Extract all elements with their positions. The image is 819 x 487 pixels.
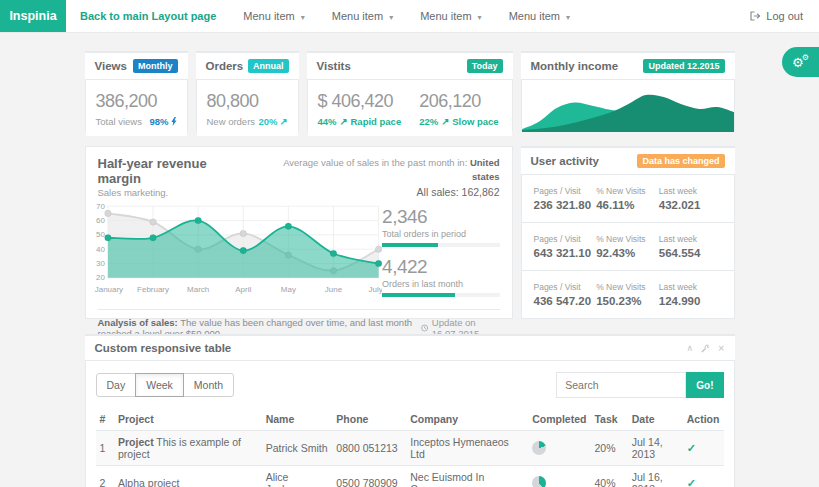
svg-text:60: 60 (96, 216, 105, 225)
orders-delta: 20% ↗ (259, 116, 288, 127)
views-value: 386,200 (96, 91, 177, 112)
orders-last-month-progress (382, 293, 499, 297)
user-activity-row: Pages / Visit436 547.20 % New Visits150.… (522, 271, 734, 318)
orders-last-month-value: 4,422 (382, 256, 499, 278)
table-row-wrap: Custom responsive table ∧ × Day Week Mon… (85, 334, 735, 487)
sign-out-icon (750, 11, 761, 21)
monthly-income-card: Monthly income Updated 12.2015 (521, 51, 735, 131)
completed-pie-icon (532, 441, 546, 455)
check-icon[interactable]: ✓ (687, 442, 696, 454)
monthly-income-chart (522, 80, 734, 132)
orders-card-title: Orders (206, 60, 244, 72)
visits-metric-1: $ 406,420 44% ↗ Rapid pace (318, 89, 402, 127)
projects-table: # Project Name Phone Company Completed T… (96, 408, 724, 487)
svg-text:March: March (187, 285, 209, 294)
table-row: 2 Alpha project Alice Jackson 0500 78090… (96, 466, 724, 487)
monthly-income-title: Monthly income (531, 60, 619, 72)
revenue-note: Average value of sales in the past month… (253, 156, 499, 200)
visits-card-title: Vistits (317, 60, 351, 72)
svg-text:April: April (235, 285, 251, 294)
svg-text:June: June (324, 285, 342, 294)
revenue-margin-panel: Half-year revenue margin Sales marketing… (85, 146, 513, 319)
menu-item-1[interactable]: Menu item ▾ (243, 10, 304, 22)
revenue-subtitle: Sales marketing. (98, 187, 254, 198)
level-up-icon: ↗ (340, 116, 348, 127)
bolt-icon (171, 117, 177, 126)
revenue-margin-chart: 203040506070JanuaryFebruaryMarchAprilMay… (92, 202, 383, 298)
theme-config-button[interactable]: ⚙ ⚙ (782, 47, 819, 77)
user-activity-title: User activity (531, 155, 599, 167)
svg-text:40: 40 (96, 245, 105, 254)
updated-badge: Updated 12.2015 (643, 59, 724, 73)
visits-card: Vistits Today $ 406,420 44% ↗ Rapid pace… (307, 51, 513, 131)
visits-metric-2: 206,120 22% ↗ Slow pace (419, 89, 498, 127)
monthly-badge: Monthly (133, 59, 178, 73)
table-header-row: # Project Name Phone Company Completed T… (96, 408, 724, 431)
svg-text:July: July (368, 285, 382, 294)
gear-small-icon: ⚙ (802, 54, 809, 62)
close-icon[interactable]: × (718, 343, 724, 354)
completed-pie-icon (532, 476, 546, 487)
level-up-icon: ↗ (280, 116, 288, 127)
views-card-title: Views (95, 60, 127, 72)
svg-text:70: 70 (96, 202, 105, 211)
caret-down-icon: ▾ (301, 13, 305, 22)
month-button[interactable]: Month (183, 373, 234, 397)
day-button[interactable]: Day (96, 373, 137, 397)
logout-button[interactable]: Log out (750, 10, 803, 22)
wrench-icon[interactable] (701, 344, 710, 353)
views-delta: 98% (149, 116, 176, 127)
search-input[interactable] (556, 372, 686, 398)
annual-badge: Annual (248, 59, 289, 73)
revenue-stats: 2,346 Total orders in period 4,422 Order… (382, 202, 499, 306)
week-button[interactable]: Week (135, 373, 184, 397)
stat-cards-row: Views Monthly 386,200 Total views 98% (85, 51, 735, 131)
level-up-icon: ↗ (441, 116, 449, 127)
back-to-layout-link[interactable]: Back to main Layout page (80, 10, 216, 22)
svg-text:May: May (280, 285, 295, 294)
table-row: 1 Project This is example of project Pat… (96, 431, 724, 466)
collapse-icon[interactable]: ∧ (686, 344, 693, 353)
user-activity-panel: User activity Data has changed Pages / V… (521, 146, 735, 319)
all-sales: All sales: 162,862 (253, 185, 499, 201)
user-activity-row: Pages / Visit236 321.80 % New Visits46.1… (522, 175, 734, 223)
orders-in-period-progress (382, 243, 499, 247)
custom-table-panel: Custom responsive table ∧ × Day Week Mon… (85, 334, 735, 487)
svg-text:50: 50 (96, 231, 105, 240)
user-activity-row: Pages / Visit643 321.10 % New Visits92.4… (522, 223, 734, 271)
revenue-title: Half-year revenue margin (98, 156, 254, 186)
today-badge: Today (467, 59, 503, 73)
data-changed-badge: Data has changed (637, 154, 724, 168)
svg-text:30: 30 (96, 259, 105, 268)
svg-text:20: 20 (96, 274, 105, 283)
orders-value: 80,800 (207, 91, 288, 112)
content-wrapper: Views Monthly 386,200 Total views 98% (85, 33, 735, 487)
caret-down-icon: ▾ (389, 13, 393, 22)
orders-card: Orders Annual 80,800 New orders 20% ↗ (196, 51, 299, 131)
table-panel-title: Custom responsive table (95, 342, 232, 354)
middle-row: Half-year revenue margin Sales marketing… (85, 146, 735, 319)
clock-icon (421, 323, 428, 333)
check-icon[interactable]: ✓ (687, 477, 696, 487)
menu-item-2[interactable]: Menu item ▾ (332, 10, 393, 22)
menu-item-3[interactable]: Menu item ▾ (420, 10, 481, 22)
views-card: Views Monthly 386,200 Total views 98% (85, 51, 188, 131)
go-button[interactable]: Go! (686, 372, 723, 398)
brand-logo[interactable]: Inspinia (0, 0, 66, 32)
svg-text:February: February (137, 285, 169, 294)
menu-item-4[interactable]: Menu item ▾ (509, 10, 570, 22)
range-button-group: Day Week Month (96, 373, 235, 397)
orders-in-period-value: 2,346 (382, 206, 499, 228)
svg-text:January: January (94, 285, 122, 294)
top-navbar: Inspinia Back to main Layout page Menu i… (0, 0, 819, 33)
orders-label: New orders (207, 116, 256, 127)
caret-down-icon: ▾ (478, 13, 482, 22)
views-label: Total views (96, 116, 142, 127)
caret-down-icon: ▾ (566, 13, 570, 22)
